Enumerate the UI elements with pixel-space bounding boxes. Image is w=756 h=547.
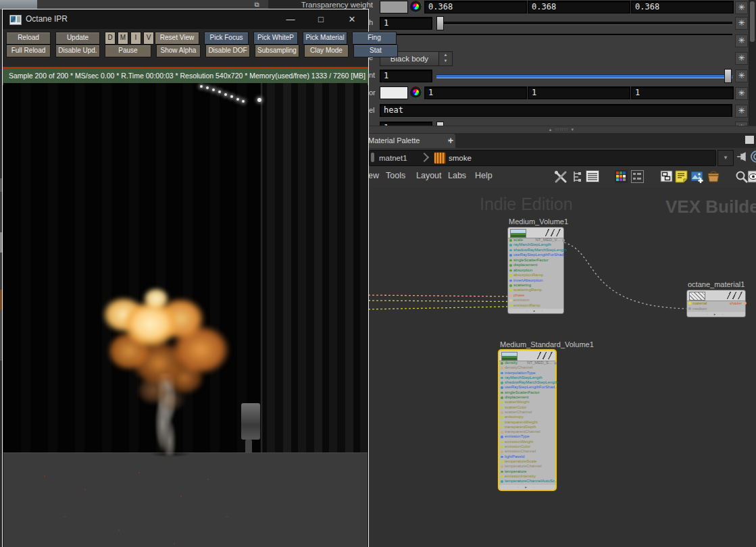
node-footer-badges[interactable]: · ▸ · xyxy=(687,312,745,317)
disable-dof-button[interactable]: Disable DOF xyxy=(205,45,250,57)
value-field[interactable]: 0.368 xyxy=(631,1,734,14)
breadcrumb-root[interactable]: matnet1 xyxy=(379,153,407,163)
slider-handle[interactable] xyxy=(436,16,444,30)
input-port-dot[interactable] xyxy=(501,465,503,468)
node-param-material[interactable]: materialshader xyxy=(687,301,745,306)
update-button[interactable]: Update xyxy=(55,32,100,45)
input-port-dot[interactable] xyxy=(501,407,503,409)
eye-icon[interactable] xyxy=(748,170,756,184)
node-medium_standard_volume1[interactable]: densityNT_MED_S...densityChannelinterpol… xyxy=(499,350,555,490)
input-port-dot[interactable] xyxy=(501,475,503,478)
gear-icon[interactable]: ✳ xyxy=(735,17,748,30)
full-reload-button[interactable]: Full Reload xyxy=(6,45,51,57)
node-param-emissioncolor[interactable]: emissionColor xyxy=(499,444,555,449)
node-title[interactable]: octane_material1 xyxy=(688,280,745,288)
node-param-scattercolor[interactable]: scatterColor xyxy=(499,405,555,410)
target-icon[interactable] xyxy=(749,150,756,163)
scrollbar-thumb[interactable] xyxy=(750,1,755,42)
node-param-singlescatterfactor[interactable]: singleScatterFactor xyxy=(508,258,563,263)
node-medium_volume1[interactable]: scaleNT_MED_V...rayMarchStepLengthshadow… xyxy=(508,228,563,313)
node-param-raymarchsteplength[interactable]: rayMarchStepLength xyxy=(508,242,563,247)
value-field[interactable]: 1 xyxy=(424,86,527,99)
window-title-bar[interactable]: Octane IPR — □ ✕ xyxy=(3,9,368,29)
breadcrumb[interactable]: matnet1 smoke xyxy=(369,150,716,166)
node-param-emission[interactable]: emission xyxy=(508,298,563,303)
node-param-emissionramp[interactable]: emissionRamp xyxy=(508,303,563,308)
node-param-emissiontype[interactable]: emissionType xyxy=(499,434,555,439)
slider-handle[interactable] xyxy=(724,69,732,83)
input-port-dot[interactable] xyxy=(509,284,512,287)
fingerprint-button[interactable]: Fing xyxy=(352,32,397,45)
gear-icon[interactable]: ✳ xyxy=(735,34,748,47)
input-port-dot[interactable] xyxy=(501,392,503,394)
node-param-transparentweight[interactable]: transparentWeight xyxy=(499,420,555,425)
palette-icon[interactable] xyxy=(615,170,628,184)
color-wheel-icon[interactable] xyxy=(410,1,422,12)
tools-icon[interactable] xyxy=(554,170,568,184)
m-toggle[interactable]: M xyxy=(118,32,128,45)
node-param-emissionintensity[interactable]: emissionIntensity xyxy=(499,474,555,479)
tree-icon[interactable] xyxy=(572,170,585,184)
show-alpha-button[interactable]: Show Alpha xyxy=(156,45,201,57)
image-add-icon[interactable] xyxy=(690,170,704,184)
input-port-dot[interactable] xyxy=(501,446,503,448)
node-param-density[interactable]: densityNT_MED_S... xyxy=(499,361,555,365)
pause-button[interactable]: Pause xyxy=(105,45,151,57)
menu-tools[interactable]: Tools xyxy=(386,171,405,180)
breadcrumb-current[interactable]: smoke xyxy=(449,153,472,163)
input-port-dot[interactable] xyxy=(501,450,503,453)
input-port-dot[interactable] xyxy=(501,382,503,384)
node-param-shadowraymarchsteplength[interactable]: shadowRayMarchStepLength xyxy=(508,248,563,253)
node-octane_material1[interactable]: materialshadermedium· ▸ · xyxy=(687,290,745,317)
node-param-invertabsorption[interactable]: invertAbsorption xyxy=(508,278,563,283)
node-header[interactable] xyxy=(499,350,555,361)
node-param-temperaturechannelautosc[interactable]: temperatureChannelAutoSc... xyxy=(499,479,555,484)
input-port-dot[interactable] xyxy=(501,421,503,424)
close-button[interactable]: ✕ xyxy=(343,13,361,26)
node-param-scattering[interactable]: scattering xyxy=(508,283,563,288)
output-port-dot[interactable] xyxy=(562,239,565,242)
input-port-dot[interactable] xyxy=(501,471,503,473)
node-param-transparentdepth[interactable]: transparentDepth xyxy=(499,425,555,429)
network-editor[interactable]: Indie Edition VEX Builder Medium_Volume1… xyxy=(368,188,756,547)
node-param-singlescatterfactor[interactable]: singleScatterFactor xyxy=(499,390,555,395)
value-field[interactable]: 0.368 xyxy=(424,1,527,14)
input-port-dot[interactable] xyxy=(688,307,691,310)
input-port-dot[interactable] xyxy=(501,362,503,365)
input-port-dot[interactable] xyxy=(501,441,503,444)
tab-material-palette[interactable]: Material Palette × xyxy=(359,134,455,148)
note-icon[interactable] xyxy=(675,170,688,184)
input-port-dot[interactable] xyxy=(509,280,512,282)
input-port-dot[interactable] xyxy=(509,269,512,272)
input-port-dot[interactable] xyxy=(509,299,512,302)
gear-icon[interactable]: ✳ xyxy=(735,105,748,118)
gear-icon[interactable]: ✳ xyxy=(735,87,748,100)
input-port-dot[interactable] xyxy=(501,456,503,459)
color-swatch[interactable] xyxy=(380,1,408,14)
input-port-dot[interactable] xyxy=(501,367,503,369)
statistics-button[interactable]: Stat xyxy=(353,45,398,57)
node-param-temperaturechannel[interactable]: temperatureChannel xyxy=(499,464,555,469)
d-toggle[interactable]: D xyxy=(105,32,116,45)
node-param-anisotropy[interactable]: anisotropy xyxy=(499,415,555,419)
maximize-button[interactable]: □ xyxy=(312,13,330,26)
pick-focus-button[interactable]: Pick Focus xyxy=(204,32,249,45)
node-header[interactable] xyxy=(687,290,745,301)
value-field[interactable]: 1 xyxy=(380,17,432,30)
input-port-dot[interactable] xyxy=(501,461,503,463)
output-port-dot[interactable] xyxy=(744,302,747,305)
input-port-dot[interactable] xyxy=(509,289,512,292)
grid-icon[interactable] xyxy=(631,170,645,184)
input-port-dot[interactable] xyxy=(501,372,503,375)
input-port-dot[interactable] xyxy=(509,254,512,257)
node-param-scatteringramp[interactable]: scatteringRamp xyxy=(508,288,563,292)
i-toggle[interactable]: I xyxy=(130,32,141,45)
node-param-displacement[interactable]: displacement xyxy=(499,395,555,400)
node-param-medium[interactable]: medium xyxy=(687,306,745,311)
node-param-densitychannel[interactable]: densityChannel xyxy=(499,365,555,370)
reload-button[interactable]: Reload xyxy=(6,32,51,45)
color-swatch[interactable] xyxy=(380,86,408,99)
input-port-dot[interactable] xyxy=(509,249,512,252)
node-param-interpolationtype[interactable]: interpolationType xyxy=(499,371,555,375)
add-tab-button[interactable]: + xyxy=(445,135,456,146)
